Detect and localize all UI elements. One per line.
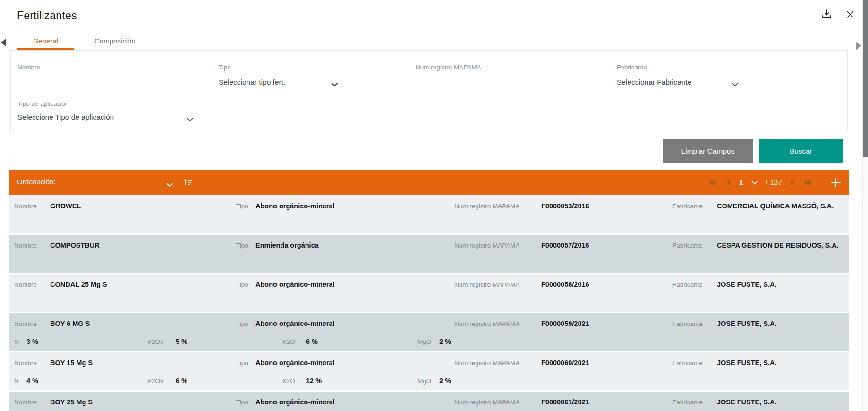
row-fabricante-label: Fabricante [672,281,703,288]
page-chevron-down-icon[interactable] [751,180,758,185]
close-icon[interactable] [842,7,858,22]
row-tipo-label: Tipo [236,203,248,210]
first-page-icon[interactable] [708,179,717,186]
add-icon[interactable] [830,176,842,188]
table-row[interactable]: Nombre GROWEL Tipo Abono orgánico-minera… [9,196,849,233]
table-row[interactable]: Nombre BOY 15 Mg S Tipo Abono orgánico-m… [9,352,849,390]
row-nombre-label: Nombre [14,281,37,288]
previous-page-icon[interactable] [725,179,731,186]
scrollbar-track[interactable] [862,0,868,411]
fabricante-label: Fabricante [617,64,647,71]
table-row[interactable]: Nombre BOY 6 MG S Tipo Abono orgánico-mi… [9,313,849,351]
row-p2o5-value: 5 % [176,338,187,345]
row-fabricante-label: Fabricante [672,360,703,367]
row-fabricante-label: Fabricante [672,399,703,406]
fertilizantes-window: Fertilizantes General Composición Nombre… [0,0,868,411]
chevron-down-icon [187,115,194,123]
tabs-scroll-right-icon[interactable] [856,42,861,50]
filter-panel: Nombre Tipo Seleccionar tipo fert. Num r… [10,50,848,131]
row-nombre-label: Nombre [14,203,37,210]
row-k2o-value: 6 % [306,338,318,345]
results-rows: Nombre GROWEL Tipo Abono orgánico-minera… [9,196,849,411]
ordenacion-chevron-down-icon[interactable] [166,180,173,189]
sort-order-icon[interactable] [183,178,194,188]
row-fabricante-value: COMERCIAL QUÍMICA MASSÓ, S.A. [717,202,834,210]
ordenacion-label: Ordenación: [17,178,56,186]
table-row[interactable]: Nombre COMPOSTBUR Tipo Enmienda orgánica… [9,235,849,273]
row-n-label: N [14,338,19,345]
row-nombre-value: CONDAL 25 Mg S [50,281,107,288]
row-nombre-value: COMPOSTBUR [50,241,100,249]
num-registro-label: Num registro MAPAMA [416,64,481,71]
row-num-registro-value: F0000058/2016 [541,281,589,288]
row-fabricante-value: JOSE FUSTE, S.A. [717,398,777,406]
row-p2o5-value: 6 % [176,377,187,385]
tab-bar: General Composición [0,34,868,50]
tipo-aplicacion-select-value: Seleccione Tipo de aplicación [17,113,114,121]
row-mgo-value: 2 % [439,338,451,345]
row-nombre-value: BOY 15 Mg S [50,359,93,367]
nombre-input[interactable] [17,78,187,91]
row-num-registro-value: F0000061/2021 [541,398,589,406]
row-nombre-label: Nombre [14,360,37,367]
row-num-registro-label: Num registro MAPAMA [454,242,520,249]
row-num-registro-value: F0000053/2016 [541,202,589,210]
row-fabricante-value: JOSE FUSTE, S.A. [717,281,777,288]
row-tipo-label: Tipo [236,242,248,249]
row-tipo-value: Abono orgánico-mineral [255,202,335,210]
scrollbar-thumb[interactable] [863,0,868,157]
row-k2o-label: K2O [282,377,295,385]
row-nombre-value: BOY 6 MG S [50,320,90,327]
row-nombre-label: Nombre [14,399,37,406]
table-row[interactable]: Nombre CONDAL 25 Mg S Tipo Abono orgánic… [9,274,849,312]
current-page[interactable]: 1 [739,178,743,187]
row-k2o-value: 12 % [306,377,322,385]
row-tipo-value: Abono orgánico-mineral [255,398,335,406]
row-n-label: N [14,377,19,385]
download-icon[interactable] [819,7,834,22]
row-n-value: 3 % [26,338,38,345]
num-registro-input[interactable] [416,78,586,91]
row-tipo-label: Tipo [236,399,248,406]
row-p2o5-label: P2O5 [147,377,164,385]
window-header: Fertilizantes [0,0,868,34]
row-fabricante-value: JOSE FUSTE, S.A. [717,359,777,367]
chevron-down-icon [732,80,739,88]
chevron-down-icon [331,80,338,88]
row-p2o5-label: P2O5 [147,338,164,345]
row-k2o-label: K2O [282,338,295,345]
row-fabricante-value: JOSE FUSTE, S.A. [717,320,777,327]
row-num-registro-label: Num registro MAPAMA [454,203,520,210]
row-tipo-value: Abono orgánico-mineral [255,359,335,367]
tabs-scroll-left-icon[interactable] [1,39,6,46]
row-nombre-value: BOY 25 Mg S [50,398,93,406]
row-num-registro-value: F0000059/2021 [541,320,589,327]
pagination: 1 / 137 [708,170,842,195]
row-fabricante-value: CESPA GESTION DE RESIDUOS, S.A. [717,241,839,249]
tipo-label: Tipo [219,64,231,71]
fabricante-select-value: Seleccionar Fabricante [617,78,692,86]
row-n-value: 4 % [26,377,38,385]
tipo-select-value: Seleccionar tipo fert. [219,78,285,86]
row-nombre-label: Nombre [14,242,37,249]
row-num-registro-label: Num registro MAPAMA [454,360,520,367]
page-title: Fertilizantes [17,9,77,22]
next-page-icon[interactable] [790,179,796,186]
row-num-registro-label: Num registro MAPAMA [454,399,520,406]
nombre-label: Nombre [17,64,40,71]
row-tipo-label: Tipo [236,320,248,327]
table-row[interactable]: Nombre BOY 25 Mg S Tipo Abono orgánico-m… [9,392,849,411]
row-num-registro-value: F0000057/2016 [541,241,589,249]
page-count: / 137 [766,178,782,187]
row-tipo-value: Enmienda orgánica [255,241,319,249]
row-nombre-value: GROWEL [50,202,81,210]
tab-composicion[interactable]: Composición [78,34,152,50]
row-fabricante-label: Fabricante [672,242,703,249]
buscar-button[interactable]: Buscar [759,139,843,163]
row-mgo-value: 2 % [439,377,451,385]
tipo-aplicacion-label: Tipo de aplicación [17,100,68,107]
results-toolbar: Ordenación: 1 / 137 [9,170,849,195]
tab-general[interactable]: General [17,34,74,50]
limpiar-campos-button[interactable]: Limpiar Campos [663,139,753,163]
last-page-icon[interactable] [804,179,813,186]
